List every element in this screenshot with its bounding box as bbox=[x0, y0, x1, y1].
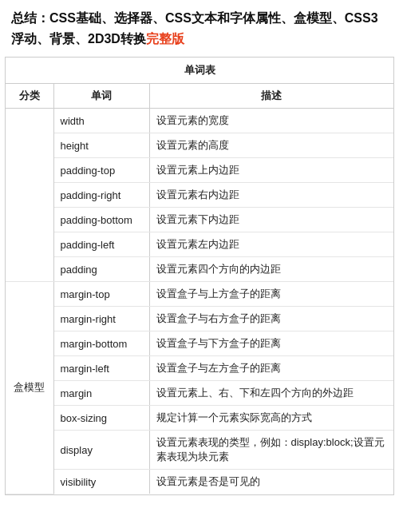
table-row: margin设置元素上、右、下和左四个方向的外边距 bbox=[6, 381, 393, 406]
word-cell: padding-top bbox=[53, 158, 149, 183]
table-row: margin-bottom设置盒子与下方盒子的距离 bbox=[6, 332, 393, 356]
word-cell: width bbox=[53, 109, 149, 133]
word-cell: margin bbox=[53, 381, 149, 406]
word-cell: padding-right bbox=[53, 183, 149, 208]
desc-cell: 设置元素左内边距 bbox=[149, 232, 393, 257]
desc-cell: 规定计算一个元素实际宽高的方式 bbox=[149, 406, 393, 431]
table-row: padding设置元素四个方向的内边距 bbox=[6, 257, 393, 282]
header-text: 总结：CSS基础、选择器、CSS文本和字体属性、盒模型、CSS3浮动、背景、2D… bbox=[11, 11, 378, 46]
desc-cell: 设置元素上内边距 bbox=[149, 158, 393, 183]
header-highlight: 完整版 bbox=[146, 32, 184, 46]
table-row: box-sizing规定计算一个元素实际宽高的方式 bbox=[6, 406, 393, 431]
desc-cell: 设置元素四个方向的内边距 bbox=[149, 257, 393, 282]
col-header-desc: 描述 bbox=[149, 84, 393, 109]
category-cell-empty bbox=[6, 109, 53, 282]
word-cell: margin-bottom bbox=[53, 332, 149, 356]
word-cell: padding-left bbox=[53, 232, 149, 257]
table-wrapper: 单词表 分类 单词 描述 width设置元素的宽度height设置元素的高度pa… bbox=[5, 57, 394, 495]
word-cell: padding-bottom bbox=[53, 208, 149, 232]
table-title: 单词表 bbox=[6, 58, 393, 84]
table-row: width设置元素的宽度 bbox=[6, 109, 393, 133]
word-cell: margin-top bbox=[53, 282, 149, 307]
desc-cell: 设置元素右内边距 bbox=[149, 183, 393, 208]
desc-cell: 设置盒子与左方盒子的距离 bbox=[149, 356, 393, 381]
category-cell-box-model: 盒模型 bbox=[6, 282, 53, 494]
vocabulary-table: 分类 单词 描述 width设置元素的宽度height设置元素的高度paddin… bbox=[6, 84, 393, 494]
table-row: margin-right设置盒子与右方盒子的距离 bbox=[6, 307, 393, 332]
table-row: visibility设置元素是否是可见的 bbox=[6, 470, 393, 494]
word-cell: margin-left bbox=[53, 356, 149, 381]
table-row: display设置元素表现的类型，例如：display:block;设置元素表现… bbox=[6, 431, 393, 470]
table-row: height设置元素的高度 bbox=[6, 133, 393, 158]
table-row: padding-bottom设置元素下内边距 bbox=[6, 208, 393, 232]
col-header-word: 单词 bbox=[53, 84, 149, 109]
desc-cell: 设置元素是否是可见的 bbox=[149, 470, 393, 494]
desc-cell: 设置元素上、右、下和左四个方向的外边距 bbox=[149, 381, 393, 406]
word-cell: margin-right bbox=[53, 307, 149, 332]
desc-cell: 设置元素表现的类型，例如：display:block;设置元素表现为块元素 bbox=[149, 431, 393, 470]
desc-cell: 设置元素的高度 bbox=[149, 133, 393, 158]
desc-cell: 设置盒子与上方盒子的距离 bbox=[149, 282, 393, 307]
table-row: padding-right设置元素右内边距 bbox=[6, 183, 393, 208]
desc-cell: 设置盒子与右方盒子的距离 bbox=[149, 307, 393, 332]
table-header-row: 分类 单词 描述 bbox=[6, 84, 393, 109]
table-row: padding-top设置元素上内边距 bbox=[6, 158, 393, 183]
desc-cell: 设置元素的宽度 bbox=[149, 109, 393, 133]
word-cell: box-sizing bbox=[53, 406, 149, 431]
table-row: margin-left设置盒子与左方盒子的距离 bbox=[6, 356, 393, 381]
header-section: 总结：CSS基础、选择器、CSS文本和字体属性、盒模型、CSS3浮动、背景、2D… bbox=[0, 0, 399, 57]
word-cell: display bbox=[53, 431, 149, 470]
table-row: 盒模型margin-top设置盒子与上方盒子的距离 bbox=[6, 282, 393, 307]
table-row: padding-left设置元素左内边距 bbox=[6, 232, 393, 257]
word-cell: visibility bbox=[53, 470, 149, 494]
col-header-category: 分类 bbox=[6, 84, 53, 109]
word-cell: padding bbox=[53, 257, 149, 282]
desc-cell: 设置元素下内边距 bbox=[149, 208, 393, 232]
desc-cell: 设置盒子与下方盒子的距离 bbox=[149, 332, 393, 356]
word-cell: height bbox=[53, 133, 149, 158]
